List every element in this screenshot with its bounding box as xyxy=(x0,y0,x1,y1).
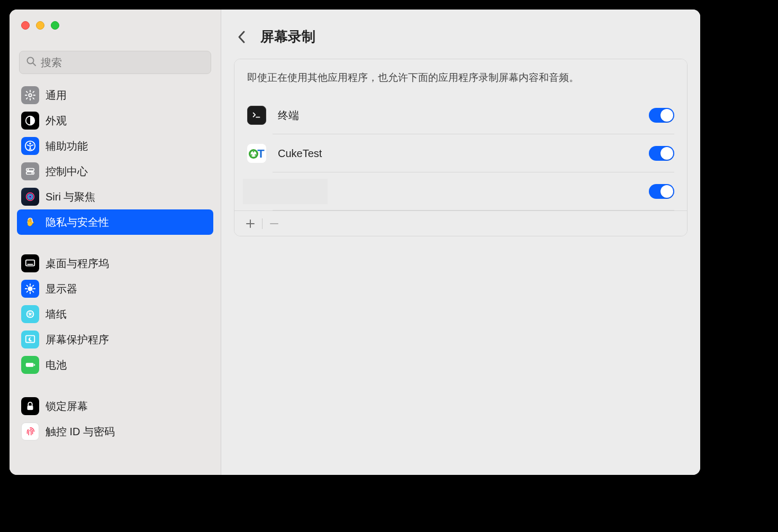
svg-line-1 xyxy=(33,63,35,66)
svg-point-9 xyxy=(31,172,33,174)
svg-rect-16 xyxy=(28,264,33,265)
toggle-redacted[interactable] xyxy=(649,184,674,199)
chevron-left-icon xyxy=(237,30,247,44)
search-box[interactable] xyxy=(19,51,211,74)
close-button[interactable] xyxy=(21,21,30,30)
gear-icon xyxy=(21,86,39,104)
accessibility-icon xyxy=(21,137,39,155)
svg-point-27 xyxy=(253,151,255,153)
sidebar-item-screensaver[interactable]: 屏幕保护程序 xyxy=(17,327,213,352)
wallpaper-icon xyxy=(21,305,39,323)
sidebar-item-siri[interactable]: Siri 与聚焦 xyxy=(17,184,213,209)
displays-icon xyxy=(21,280,39,298)
svg-rect-21 xyxy=(26,363,34,366)
sidebar-item-label: 锁定屏幕 xyxy=(46,399,88,414)
search-icon xyxy=(26,56,37,69)
control-center-icon xyxy=(21,162,39,180)
sidebar-item-label: 隐私与安全性 xyxy=(46,215,109,230)
sidebar-item-accessibility[interactable]: 辅助功能 xyxy=(17,133,213,159)
sidebar-item-label: 屏幕保护程序 xyxy=(46,333,109,347)
sidebar-item-appearance[interactable]: 外观 xyxy=(17,108,213,133)
sidebar-item-label: 显示器 xyxy=(46,282,77,296)
sidebar-item-label: 通用 xyxy=(46,88,67,103)
siri-icon xyxy=(21,188,39,206)
cuketest-icon: T xyxy=(247,144,266,163)
svg-point-12 xyxy=(29,196,32,198)
sidebar-item-label: 控制中心 xyxy=(46,164,88,179)
sidebar-item-control-center[interactable]: 控制中心 xyxy=(17,159,213,184)
battery-icon xyxy=(21,356,39,374)
sidebar-item-lockscreen[interactable]: 锁定屏幕 xyxy=(17,393,213,419)
sidebar-item-displays[interactable]: 显示器 xyxy=(17,276,213,301)
system-settings-window: 通用 外观 辅助功能 控制中心 Siri 与聚焦 ✋ 隐私与安全性 xyxy=(10,10,700,475)
svg-text:T: T xyxy=(257,147,265,160)
app-row-redacted xyxy=(234,172,687,210)
lock-icon xyxy=(21,397,39,415)
search-input[interactable] xyxy=(41,57,204,69)
sidebar-item-label: 墙纸 xyxy=(46,307,67,322)
sidebar: 通用 外观 辅助功能 控制中心 Siri 与聚焦 ✋ 隐私与安全性 xyxy=(10,10,221,475)
sidebar-item-dock[interactable]: 桌面与程序坞 xyxy=(17,251,213,276)
back-button[interactable] xyxy=(234,29,250,45)
sidebar-item-touchid[interactable]: 触控 ID 与密码 xyxy=(17,419,213,444)
maximize-button[interactable] xyxy=(51,21,59,30)
svg-point-2 xyxy=(29,94,32,97)
svg-point-5 xyxy=(29,143,31,145)
appearance-icon xyxy=(21,112,39,130)
panel-footer xyxy=(234,210,687,236)
sidebar-item-label: 触控 ID 与密码 xyxy=(46,425,115,439)
app-row-terminal: 终端 xyxy=(234,96,687,134)
svg-point-7 xyxy=(28,169,29,170)
sidebar-item-battery[interactable]: 电池 xyxy=(17,352,213,378)
svg-rect-22 xyxy=(34,364,35,366)
dock-icon xyxy=(21,254,39,272)
sidebar-item-label: Siri 与聚焦 xyxy=(46,190,95,204)
sidebar-item-privacy[interactable]: ✋ 隐私与安全性 xyxy=(17,209,213,235)
window-controls xyxy=(10,10,221,30)
main-header: 屏幕录制 xyxy=(221,10,700,59)
sidebar-item-wallpaper[interactable]: 墙纸 xyxy=(17,301,213,327)
svg-rect-6 xyxy=(26,169,34,171)
minus-icon xyxy=(269,219,279,228)
sidebar-list: 通用 外观 辅助功能 控制中心 Siri 与聚焦 ✋ 隐私与安全性 xyxy=(10,82,221,475)
redacted-app xyxy=(243,179,328,204)
svg-rect-20 xyxy=(26,336,35,343)
sidebar-item-label: 电池 xyxy=(46,358,67,372)
terminal-icon xyxy=(247,106,266,125)
svg-point-29 xyxy=(255,154,256,156)
svg-rect-23 xyxy=(28,406,33,410)
touchid-icon xyxy=(21,423,39,441)
svg-rect-8 xyxy=(26,172,34,175)
privacy-icon: ✋ xyxy=(21,213,39,231)
app-name: CukeTest xyxy=(278,148,649,160)
app-row-cuketest: T CukeTest xyxy=(234,134,687,172)
plus-icon xyxy=(246,219,255,228)
sidebar-item-label: 桌面与程序坞 xyxy=(46,256,109,271)
svg-point-17 xyxy=(28,286,32,291)
remove-button[interactable] xyxy=(265,215,284,232)
panel-description: 即使正在使用其他应用程序，也允许下面的应用程序录制屏幕内容和音频。 xyxy=(234,59,687,96)
sidebar-item-general[interactable]: 通用 xyxy=(17,82,213,108)
footer-divider xyxy=(262,218,263,229)
add-button[interactable] xyxy=(241,215,260,232)
main-content: 屏幕录制 即使正在使用其他应用程序，也允许下面的应用程序录制屏幕内容和音频。 终… xyxy=(221,10,700,475)
toggle-cuketest[interactable] xyxy=(649,146,674,161)
app-name: 终端 xyxy=(278,108,649,123)
minimize-button[interactable] xyxy=(36,21,44,30)
screensaver-icon xyxy=(21,331,39,348)
svg-text:✋: ✋ xyxy=(25,217,35,227)
page-title: 屏幕录制 xyxy=(260,27,315,46)
sidebar-item-label: 外观 xyxy=(46,114,67,128)
screen-recording-panel: 即使正在使用其他应用程序，也允许下面的应用程序录制屏幕内容和音频。 终端 T C… xyxy=(234,59,687,236)
sidebar-item-label: 辅助功能 xyxy=(46,139,88,153)
toggle-terminal[interactable] xyxy=(649,108,674,123)
svg-rect-15 xyxy=(26,260,35,266)
svg-point-28 xyxy=(251,154,252,156)
